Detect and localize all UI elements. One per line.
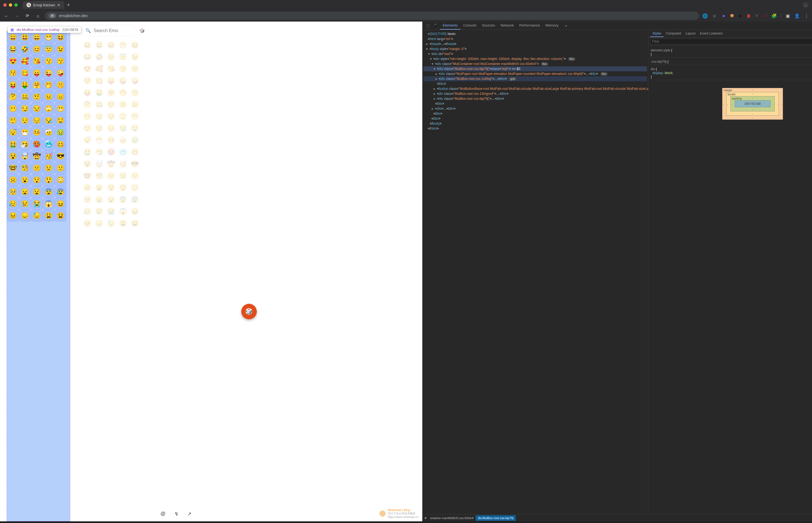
dom-line[interactable]: ▾<div class="MuiContainer-root MuiContai…	[423, 61, 647, 66]
ext-red[interactable]: ▇	[746, 13, 751, 18]
emoji-cell[interactable]: 🤫	[129, 87, 141, 98]
emoji-cell[interactable]: 😄	[106, 39, 117, 51]
link-icon[interactable]: ↯	[174, 511, 179, 517]
emoji-cell[interactable]: 😕	[106, 170, 117, 181]
devtools-tab-sources[interactable]: Sources	[479, 21, 498, 30]
inspect-element-icon[interactable]: ⬚	[425, 22, 431, 29]
emoji-cell[interactable]: 😃	[19, 32, 31, 43]
dom-line[interactable]: ▾<div style="min-height: 100dvh; max-hei…	[423, 56, 647, 61]
close-window-icon[interactable]	[3, 3, 7, 7]
emoji-cell[interactable]: 😊	[106, 51, 117, 62]
emoji-cell[interactable]: 😨	[43, 186, 54, 197]
emoji-cell[interactable]: 😒	[106, 111, 117, 122]
emoji-cell[interactable]: 😓	[106, 218, 117, 229]
emoji-cell[interactable]: 🤪	[55, 68, 66, 78]
emoji-cell[interactable]: 🤑	[19, 79, 31, 90]
emoji-cell[interactable]: 😛	[31, 68, 42, 78]
emoji-cell[interactable]: 😌	[94, 123, 105, 134]
emoji-cell[interactable]: ☹️	[7, 175, 19, 185]
emoji-cell[interactable]: 🤒	[106, 134, 117, 146]
emoji-cell[interactable]: 😑	[55, 91, 66, 102]
emoji-cell[interactable]: 😏	[94, 111, 105, 122]
styles-tab-layout[interactable]: Layout	[683, 31, 698, 37]
random-icon[interactable]: 🎲	[139, 28, 145, 33]
emoji-cell[interactable]: 😛	[106, 75, 117, 86]
emoji-cell[interactable]: 🤫	[55, 79, 66, 90]
emoji-cell[interactable]: 🥰	[94, 63, 105, 74]
emoji-cell[interactable]: 🤣	[94, 51, 105, 62]
ext-ublock[interactable]: uB	[762, 13, 768, 18]
emoji-cell[interactable]: 😋	[19, 68, 31, 78]
emoji-cell[interactable]: 😷	[94, 134, 105, 146]
emoji-cell[interactable]: 😩	[117, 218, 129, 229]
dom-line[interactable]: </html>	[423, 126, 647, 131]
emoji-cell[interactable]: 🤨	[31, 91, 42, 102]
emoji-cell[interactable]: 😋	[94, 75, 105, 86]
bookmark-star-icon[interactable]: ☆	[712, 13, 717, 19]
emoji-cell[interactable]: 🤠	[31, 151, 42, 162]
emoji-cell[interactable]: 😞	[19, 210, 31, 221]
emoji-cell[interactable]: 😟	[43, 163, 54, 174]
emoji-cell[interactable]: 🧐	[94, 170, 105, 181]
dom-line[interactable]: <!DOCTYPE html>	[423, 32, 647, 36]
style-rules[interactable]: element.style {}.css-bip79j {</span><br>…	[648, 46, 812, 83]
dom-line[interactable]: ▸<div class="MuiBox-root css-1uithqi">…<…	[423, 76, 647, 81]
box-model-content[interactable]: 220×762.500	[735, 100, 771, 107]
devtools-tab-elements[interactable]: Elements	[440, 21, 460, 30]
styles-tab-styles[interactable]: Styles	[650, 31, 664, 37]
emoji-cell[interactable]: 😖	[55, 198, 66, 209]
emoji-cell[interactable]: 😮	[19, 175, 31, 185]
devtools-tab-console[interactable]: Console	[460, 21, 479, 30]
devtools-tab-memory[interactable]: Memory	[542, 21, 561, 30]
emoji-cell[interactable]: 😫	[55, 210, 66, 221]
emoji-cell[interactable]: 😜	[43, 68, 54, 78]
emoji-cell[interactable]: 🤐	[19, 91, 31, 102]
emoji-cell[interactable]: 🤕	[117, 134, 129, 146]
new-tab-button[interactable]: +	[67, 2, 70, 8]
emoji-cell[interactable]: 🥶	[43, 139, 54, 150]
dom-line[interactable]: ▾<body style="margin: 0">	[423, 47, 647, 51]
emoji-cell[interactable]: 😌	[19, 115, 31, 126]
emoji-cell[interactable]: 😚	[82, 75, 93, 86]
emoji-cell[interactable]: 🤭	[43, 79, 54, 90]
emoji-cell[interactable]: 😁	[43, 32, 54, 43]
emoji-cell[interactable]: 😳	[129, 182, 141, 193]
emoji-cell[interactable]: 😴	[7, 127, 19, 138]
ext-diamond[interactable]: ◆	[721, 13, 726, 18]
emoji-cell[interactable]: 😇	[117, 51, 129, 62]
emoji-cell[interactable]: 😒	[31, 103, 42, 114]
back-button[interactable]: ←	[3, 12, 10, 19]
emoji-cell[interactable]: 😕	[31, 163, 42, 174]
emoji-cell[interactable]: 😥	[82, 206, 93, 217]
styles-filter-input[interactable]	[650, 39, 812, 44]
emoji-cell[interactable]: 🤑	[94, 87, 105, 98]
emoji-cell[interactable]: 😵	[82, 158, 93, 169]
browser-tab[interactable]: 🍳 Emoji Kitchen ✕	[23, 1, 64, 9]
dom-line[interactable]: </div>	[423, 111, 647, 116]
emoji-cell[interactable]: 🤤	[129, 123, 141, 134]
emoji-cell[interactable]: 😪	[117, 123, 129, 134]
emoji-cell[interactable]: 😞	[94, 218, 105, 229]
emoji-cell[interactable]: 🥰	[19, 56, 31, 67]
emoji-cell[interactable]: 😘	[106, 63, 117, 74]
emoji-cell[interactable]: 😙	[129, 63, 141, 74]
address-bar[interactable]: ⚙ emojikitchen.dev	[45, 12, 699, 20]
box-model-border[interactable]: border - - - - padding - - - -	[726, 92, 779, 115]
emoji-cell[interactable]: 😴	[82, 134, 93, 146]
emoji-cell[interactable]: 😨	[117, 194, 129, 205]
emoji-cell[interactable]: 😦	[19, 186, 31, 197]
dom-line[interactable]: ▸<div class="MuiPaper-root MuiPaper-elev…	[423, 71, 647, 76]
emoji-cell[interactable]: 😦	[94, 194, 105, 205]
dom-tree[interactable]: <!DOCTYPE html> <html lang="en"> ▸<head>…	[422, 30, 648, 514]
emoji-cell[interactable]: 😉	[55, 44, 66, 55]
emoji-cell[interactable]: 😲	[43, 175, 54, 185]
emoji-cell[interactable]: 🤗	[106, 87, 117, 98]
style-rule[interactable]: .css-bip79j {</span><br>&nbsp;&nbsp;<spa…	[651, 59, 812, 65]
emoji-cell[interactable]: 😭	[106, 206, 117, 217]
emoji-cell[interactable]: 😧	[106, 194, 117, 205]
emoji-cell[interactable]: 🤕	[43, 127, 54, 138]
devtools-tab-performance[interactable]: Performance	[517, 21, 542, 30]
dom-line[interactable]: ▸<div>…</div>	[423, 106, 647, 111]
emoji-cell[interactable]: 😯	[31, 175, 42, 185]
extensions-puzzle-icon[interactable]: 🧩	[771, 13, 777, 19]
